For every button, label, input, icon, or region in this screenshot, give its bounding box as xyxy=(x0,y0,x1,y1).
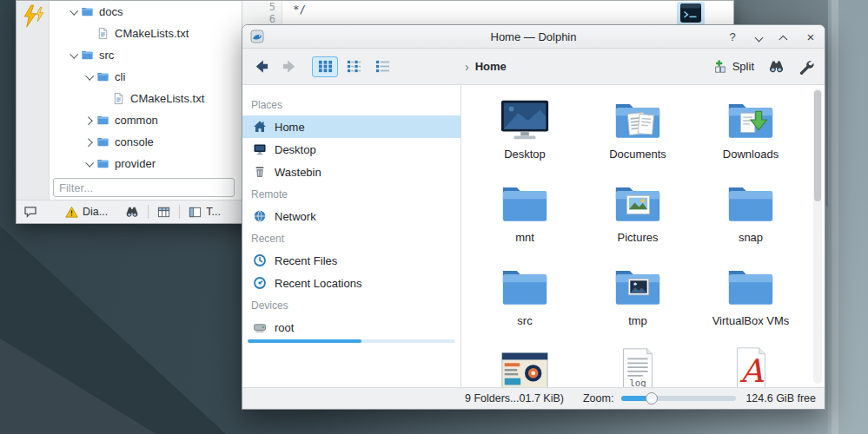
minimize-button[interactable] xyxy=(752,30,765,43)
file-item-label: src xyxy=(517,314,532,327)
view-mode-group xyxy=(312,56,395,77)
scrollbar-thumb[interactable] xyxy=(814,90,821,201)
ide-project-panel: docsCMakeLists.txtsrccliCMakeLists.txtco… xyxy=(50,1,242,201)
scrollbar[interactable] xyxy=(813,89,822,384)
places-item-desktop[interactable]: Desktop xyxy=(242,138,461,161)
network-icon xyxy=(253,209,267,223)
places-item-label: Recent Locations xyxy=(275,277,361,290)
expander-icon[interactable] xyxy=(67,6,79,18)
folder-downloads-icon xyxy=(724,94,778,148)
expander-icon[interactable] xyxy=(83,71,95,83)
places-item-network[interactable]: Network xyxy=(242,205,461,227)
folder-pictures-icon xyxy=(611,177,665,231)
folder-view[interactable]: DesktopDocumentsDownloadsmntPicturessnap… xyxy=(461,85,825,387)
details-view-button[interactable] xyxy=(369,56,395,77)
expander-icon[interactable] xyxy=(83,158,95,170)
zoom-slider-handle[interactable] xyxy=(646,392,658,404)
places-item-recent-files[interactable]: Recent Files xyxy=(242,249,461,272)
tree-item-docs[interactable]: docs xyxy=(50,1,242,23)
image-file-icon xyxy=(498,344,552,387)
settings-button[interactable] xyxy=(798,59,814,75)
line-number: 6 xyxy=(269,13,275,25)
file-item-desktop[interactable]: Desktop xyxy=(471,90,579,174)
tree-item-common[interactable]: common xyxy=(50,109,242,131)
search-button[interactable] xyxy=(125,205,139,219)
file-item-virtualbox-vms[interactable]: VirtualBox VMs xyxy=(697,257,805,340)
places-item-wastebin[interactable]: Wastebin xyxy=(242,161,461,183)
places-panel: PlacesHomeDesktopWastebinRemoteNetworkRe… xyxy=(242,85,461,387)
places-item-label: Desktop xyxy=(275,143,316,156)
folder-icon xyxy=(81,5,95,19)
filter-input[interactable] xyxy=(53,178,235,197)
breadcrumb[interactable]: › Home xyxy=(465,60,507,74)
file-item-tmp[interactable]: tmp xyxy=(584,257,692,340)
find-button[interactable] xyxy=(768,58,785,75)
file-item-src[interactable]: src xyxy=(471,257,579,340)
panel-button[interactable]: T... xyxy=(189,206,221,219)
places-section-header: Recent xyxy=(242,227,461,249)
tree-item-label: CMakeLists.txt xyxy=(115,27,189,40)
expander-icon[interactable] xyxy=(67,49,79,62)
back-button[interactable] xyxy=(253,58,269,75)
free-space: 124.6 GiB free xyxy=(745,392,816,404)
file-item-snap[interactable]: snap xyxy=(697,174,805,257)
statusbar: 9 Folders...01.7 KiB) Zoom: 124.6 GiB fr… xyxy=(242,387,825,409)
places-item-recent-locations[interactable]: Recent Locations xyxy=(242,272,461,294)
close-button[interactable]: × xyxy=(805,30,817,44)
lightning-icon[interactable] xyxy=(21,4,45,29)
expander-icon[interactable] xyxy=(83,115,95,127)
tree-item-cmakelists-txt[interactable]: CMakeLists.txt xyxy=(50,23,242,44)
wastebin-icon xyxy=(253,165,267,179)
grid-view-button[interactable] xyxy=(157,206,170,219)
forward-button[interactable] xyxy=(282,58,298,75)
tree-item-console[interactable]: console xyxy=(50,131,242,153)
tree-item-cli[interactable]: cli xyxy=(50,66,242,88)
tree-item-src[interactable]: src xyxy=(50,44,242,66)
file-item[interactable] xyxy=(471,340,579,387)
file-item[interactable]: A xyxy=(697,340,805,387)
tree-item-cmakelists-txt[interactable]: CMakeLists.txt xyxy=(50,88,242,109)
help-button[interactable]: ? xyxy=(726,30,739,43)
file-icon xyxy=(96,27,110,41)
recent-files-icon xyxy=(253,253,267,267)
split-button[interactable]: Split xyxy=(713,60,754,74)
pdf-file-icon: A xyxy=(724,344,778,387)
tree-item-label: docs xyxy=(99,5,123,18)
folder-icon xyxy=(724,177,778,231)
tree-item-label: cli xyxy=(115,70,125,83)
places-item-label: Network xyxy=(275,210,316,223)
maximize-button[interactable] xyxy=(779,30,791,43)
folder-icon xyxy=(96,135,110,149)
svg-text:A: A xyxy=(739,352,765,387)
folder-icon xyxy=(724,260,778,314)
status-summary: 9 Folders...01.7 KiB) xyxy=(465,392,564,404)
titlebar[interactable]: Home — Dolphin ? × xyxy=(242,25,825,49)
places-item-home[interactable]: Home xyxy=(242,115,461,138)
expander-icon[interactable] xyxy=(83,136,95,148)
compact-view-button[interactable] xyxy=(341,56,367,77)
tree-item-label: CMakeLists.txt xyxy=(130,92,204,105)
places-item-root[interactable]: root xyxy=(242,316,461,339)
svg-text:log: log xyxy=(629,378,646,387)
file-grid: DesktopDocumentsDownloadsmntPicturessnap… xyxy=(468,90,807,387)
file-item-label: Desktop xyxy=(504,148,546,161)
breadcrumb-location[interactable]: Home xyxy=(475,60,507,73)
diagnostics-button[interactable]: Dia... xyxy=(65,206,108,219)
tree-item-provider[interactable]: provider xyxy=(50,153,242,174)
places-item-label: Wastebin xyxy=(275,166,321,179)
file-item-downloads[interactable]: Downloads xyxy=(697,90,805,174)
zoom-slider[interactable] xyxy=(621,396,736,401)
file-item[interactable]: log xyxy=(584,340,692,387)
separator xyxy=(179,205,180,219)
folder-icon xyxy=(96,157,110,171)
icons-view-button[interactable] xyxy=(312,56,338,77)
folder-icon xyxy=(498,177,552,231)
terminal-file-icon[interactable] xyxy=(680,3,701,23)
disk-usage-bar xyxy=(248,339,455,343)
file-item-mnt[interactable]: mnt xyxy=(471,174,579,257)
tree-item-label: provider xyxy=(115,157,156,170)
file-item-documents[interactable]: Documents xyxy=(584,90,692,174)
comment-bubble-icon[interactable] xyxy=(23,205,37,219)
tree-item-label: src xyxy=(99,49,114,62)
file-item-pictures[interactable]: Pictures xyxy=(584,174,692,257)
